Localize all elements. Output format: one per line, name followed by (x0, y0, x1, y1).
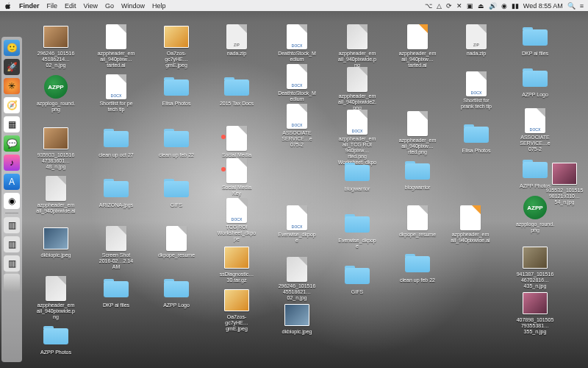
desktop-item[interactable]: 941387_101516467028​16…435_n.jpg (514, 245, 556, 289)
document-icon (282, 64, 312, 89)
cloud-icon[interactable]: △ (437, 2, 442, 10)
desktop-item[interactable]: Shortlist for prank tech tip (456, 71, 497, 110)
desktop-item[interactable]: Elisa Photos (156, 74, 197, 107)
menu-go[interactable]: Go (105, 2, 114, 10)
file-label: Shortlist for prank tech tip (456, 98, 497, 110)
desktop-item[interactable]: nada.zip (216, 24, 257, 57)
image-thumbnail-icon (41, 126, 71, 151)
desktop-item[interactable]: blogwarrior (337, 160, 378, 192)
doc2-icon[interactable]: ▥ (4, 236, 20, 252)
desktop-item[interactable]: azppheader_email_940pixwide.ai (450, 205, 491, 244)
desktop-item[interactable]: AZPP Logo (156, 276, 197, 308)
eject-icon[interactable]: ⏏ (478, 2, 484, 10)
launchpad2-icon[interactable]: ▦ (4, 116, 20, 132)
battery-icon[interactable]: ▮▮ (512, 2, 519, 10)
desktop-item[interactable]: dkbiopic.jpeg (35, 226, 76, 258)
desktop-item[interactable]: clean up feb 22 (156, 126, 197, 158)
image-thumbnail-icon (282, 302, 312, 328)
finder-icon[interactable]: 🙂 (4, 40, 20, 56)
desktop-item[interactable]: 2015 Tax Docs (216, 74, 257, 107)
desktop-item[interactable]: ssDiagnostic…30.tar.gz (216, 245, 257, 283)
desktop-item[interactable]: 296246_10151645186214…02_n.jpg (35, 24, 76, 68)
desktop-item[interactable]: 935933_101516473836​01…48_n.jpg (35, 126, 76, 170)
file-label: Everwise_dkpope (276, 232, 318, 244)
desktop-item[interactable]: clean up feb 22 (397, 251, 438, 283)
adobe-icon[interactable]: ▣ (467, 2, 473, 10)
desktop-item[interactable]: Oa7zos-gc7yHE…gmE.jpeg (216, 288, 257, 332)
desktop-item[interactable]: AZPPazpplogo_round.png (35, 74, 76, 113)
butterfly-icon[interactable]: ✕ (456, 2, 462, 10)
photos-icon[interactable]: ✳︎ (4, 78, 20, 94)
menu-window[interactable]: Window (121, 2, 145, 10)
desktop-item[interactable]: Oa7zos-gc7yHE…gmE.jpeg (156, 24, 197, 68)
desktop-item[interactable]: azppheader_email_940pixw…rted.png (397, 111, 438, 155)
desktop-item[interactable]: GIFS (337, 263, 378, 295)
desktop-item[interactable]: Everwise_dkpope (276, 205, 318, 244)
file-label: dkbiopic.jpeg (282, 329, 313, 335)
messages-icon[interactable]: 💬 (4, 135, 20, 152)
desktop-item[interactable]: Elisa Photos (456, 121, 497, 154)
document-icon (520, 108, 550, 133)
desktop-item[interactable]: azppheader_email_940pixw…tarted.ai (397, 24, 438, 68)
desktop-item[interactable]: 407898_10150579355381…355_n.jpg (514, 291, 556, 335)
desktop-item[interactable]: azppheader_email_940pixw…tarted.ai (96, 24, 137, 68)
apple-icon[interactable] (4, 2, 12, 10)
desktop-item[interactable]: ASSOCIATE SERVICE…e 075-2 (514, 108, 556, 152)
desktop-item[interactable]: azppheader_email_940pixwide.ai (35, 176, 76, 214)
wifi-icon[interactable]: ◉ (501, 2, 507, 10)
notifications-icon[interactable]: ≡ (580, 2, 584, 10)
desktop-item[interactable]: dkpope_resume (397, 205, 438, 238)
desktop-item[interactable]: AZPP Logo (514, 66, 556, 98)
desktop-item[interactable]: azppheader_email_940pixwide.png (35, 276, 76, 320)
file-label: AZPP Logo (162, 302, 190, 308)
desktop-item[interactable]: DKP ai files (96, 276, 137, 308)
desktop-item[interactable]: Social Media Key (216, 158, 257, 197)
desktop-item[interactable]: blogwarrior (397, 158, 438, 191)
clock[interactable]: Wed 8:55 AM (523, 2, 563, 10)
desktop-item[interactable]: DKP ai files (514, 24, 556, 57)
spotlight-icon[interactable]: 🔍 (567, 2, 576, 10)
document-icon (162, 226, 191, 251)
desktop-item[interactable]: 935532_101515981219310…54_n.jpg (544, 161, 585, 205)
appstore-icon[interactable]: A (4, 174, 20, 190)
file-label: clean up feb 22 (158, 152, 195, 158)
desktop-item[interactable]: DeathtoStock_Medium (276, 24, 318, 63)
chrome-icon[interactable]: ◉ (4, 193, 20, 209)
desktop-item[interactable]: dkpope_resume (156, 226, 197, 258)
desktop-item[interactable]: Screen Shot 2016-02…2.14 AM (96, 226, 137, 270)
desktop-item[interactable]: nada.zip (456, 24, 497, 57)
menu-file[interactable]: File (47, 2, 58, 10)
menu-edit[interactable]: Edit (65, 2, 76, 10)
itunes-icon[interactable]: ♪ (4, 155, 20, 171)
desktop-item[interactable]: DeathtoStock_Medium (276, 64, 318, 102)
menu-help[interactable]: Help (152, 2, 166, 10)
desktop-item[interactable]: AZPP Photos (35, 323, 76, 355)
desktop[interactable]: Finder File Edit View Go Window Help ⌥ △… (0, 0, 588, 368)
desktop-item[interactable]: 296246_101516455186​21…02_n.jpg (276, 257, 318, 301)
launchpad-icon[interactable]: 🚀 (4, 59, 20, 75)
desktop-item[interactable]: azppheader_email_940pixwide.png (337, 24, 378, 68)
safari-icon[interactable]: 🧭 (4, 97, 20, 113)
desktop-item[interactable]: ARIZONA-jpgs (96, 176, 137, 208)
app-name[interactable]: Finder (19, 2, 40, 10)
document-icon (343, 110, 372, 135)
trash-icon[interactable] (4, 275, 20, 291)
desktop-item[interactable]: azppheader_email_940pixwide2.png (337, 67, 378, 111)
doc3-icon[interactable]: ▥ (4, 255, 20, 272)
sync-icon[interactable]: ⟳ (446, 2, 452, 10)
doc1-icon[interactable]: ▥ (4, 217, 20, 233)
menu-view[interactable]: View (84, 2, 98, 10)
desktop-item[interactable]: Everwise_dkpope (337, 211, 378, 250)
desktop-item[interactable]: dkbiopic.jpeg (276, 302, 318, 335)
desktop-item[interactable]: clean up oct 27 (96, 126, 137, 158)
desktop-item[interactable]: ASSOCIATE SERVICE…e 075-2 (276, 104, 318, 148)
file-label: azpplogo_round.png (514, 222, 556, 233)
desktop-item[interactable]: TCG ROI Worksheet_dkpope (216, 198, 257, 242)
dropbox-icon[interactable]: ⌥ (425, 2, 432, 10)
desktop-item[interactable]: GIFS (156, 176, 197, 208)
file-label: clean up feb 22 (399, 277, 436, 283)
folder-icon (222, 74, 251, 99)
file-label: nada.zip (226, 51, 247, 57)
volume-icon[interactable]: 🔊 (489, 2, 497, 10)
desktop-item[interactable]: Shortlist for pe tech tip (96, 74, 137, 113)
